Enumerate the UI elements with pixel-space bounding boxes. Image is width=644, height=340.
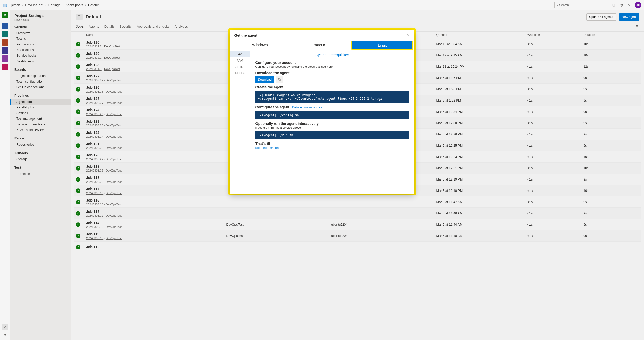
job-pipeline-link[interactable]: DevOpsTest: [106, 113, 122, 116]
more-information-link[interactable]: More Information: [255, 146, 279, 150]
job-run-link[interactable]: 20240305.26: [86, 113, 103, 116]
col-wait[interactable]: Wait time: [527, 33, 584, 37]
breadcrumb-item[interactable]: Agent pools: [65, 3, 83, 7]
job-pipeline-link[interactable]: DevOpsTest: [106, 146, 122, 149]
tab-analytics[interactable]: Analytics: [175, 23, 188, 31]
settings-icon[interactable]: [627, 3, 631, 7]
sidebar-item-xaml-build-services[interactable]: XAML build services: [10, 127, 71, 133]
breadcrumb-item[interactable]: DevOpsTest: [25, 3, 43, 7]
job-agent[interactable]: ubuntu2204: [331, 234, 436, 238]
table-row[interactable]: ✓Job 11420240305.16·DevOpsTestDevOpsTest…: [74, 219, 641, 230]
update-all-agents-button[interactable]: Update all agents: [586, 13, 616, 21]
detailed-instructions-link[interactable]: Detailed instructions↗: [292, 106, 322, 109]
arch-option[interactable]: RHEL6: [230, 70, 250, 76]
job-run-link[interactable]: 20240305.24: [86, 135, 103, 138]
job-run-link[interactable]: 20240305.29: [86, 79, 103, 82]
sidebar-item-dashboards[interactable]: Dashboards: [10, 58, 71, 64]
rail-project-icon[interactable]: [2, 23, 8, 29]
os-tab-macos[interactable]: macOS: [290, 40, 350, 51]
breadcrumb-item[interactable]: Default: [88, 3, 99, 7]
rail-collapse-icon[interactable]: [2, 332, 8, 338]
sidebar-item-team-configuration[interactable]: Team configuration: [10, 79, 71, 84]
close-icon[interactable]: ✕: [407, 33, 410, 37]
os-tab-windows[interactable]: Windows: [230, 40, 290, 51]
job-run-link[interactable]: 20240305.28: [86, 90, 103, 93]
job-pipeline-link[interactable]: DevOpsTest: [106, 79, 122, 82]
sidebar-item-overview[interactable]: Overview: [10, 30, 71, 36]
job-pipeline-link[interactable]: DevOpsTest: [106, 203, 122, 206]
table-row[interactable]: ✓Job 112: [74, 242, 641, 253]
job-run-link[interactable]: 20240305.25: [86, 124, 103, 127]
sidebar-item-settings[interactable]: Settings: [10, 110, 71, 116]
rail-project-icon[interactable]: [2, 47, 8, 54]
table-row[interactable]: ✓Job 11620240305.18·DevOpsTestMar 5 at 1…: [74, 196, 641, 208]
job-pipeline-link[interactable]: DevOpsTest: [104, 56, 120, 59]
breadcrumb-item[interactable]: jcfdeb: [11, 3, 20, 7]
sidebar-item-retention[interactable]: Retention: [10, 171, 71, 177]
rail-project-icon[interactable]: [2, 64, 8, 70]
job-run-link[interactable]: 20240305.18: [86, 203, 103, 206]
new-agent-button[interactable]: New agent: [619, 13, 639, 21]
marketplace-icon[interactable]: [612, 3, 616, 7]
job-pipeline-link[interactable]: DevOpsTest: [106, 192, 122, 195]
filter-icon[interactable]: [635, 25, 639, 29]
search-box[interactable]: [554, 2, 600, 8]
tab-approvals-and-checks[interactable]: Approvals and checks: [137, 23, 169, 31]
sidebar-item-teams[interactable]: Teams: [10, 36, 71, 42]
col-queued[interactable]: Queued: [436, 33, 527, 37]
azure-devops-logo[interactable]: [3, 2, 8, 8]
add-project-icon[interactable]: +: [3, 73, 7, 81]
rail-project-icon[interactable]: D: [2, 12, 8, 18]
tab-jobs[interactable]: Jobs: [76, 23, 84, 31]
job-pipeline-link[interactable]: DevOpsTest: [104, 45, 120, 48]
sidebar-item-project-configuration[interactable]: Project configuration: [10, 73, 71, 79]
job-run-link[interactable]: 20240305.20: [86, 180, 103, 183]
sidebar-item-storage[interactable]: Storage: [10, 156, 71, 162]
sidebar-item-parallel-jobs[interactable]: Parallel jobs: [10, 105, 71, 110]
job-pipeline-link[interactable]: DevOpsTest: [106, 214, 122, 217]
system-prerequisites-link[interactable]: System prerequisites: [255, 52, 409, 58]
list-icon[interactable]: [604, 3, 608, 7]
job-agent[interactable]: ubuntu2204: [331, 223, 436, 226]
os-tab-linux[interactable]: Linux: [351, 41, 413, 50]
sidebar-item-github-connections[interactable]: GitHub connections: [10, 84, 71, 90]
sidebar-item-repositories[interactable]: Repositories: [10, 142, 71, 147]
tab-agents[interactable]: Agents: [89, 23, 99, 31]
help-icon[interactable]: ?: [619, 3, 623, 7]
job-run-link[interactable]: 20240305.22: [86, 158, 103, 161]
job-pipeline-link[interactable]: DevOpsTest: [106, 180, 122, 183]
tab-details[interactable]: Details: [104, 23, 115, 31]
rail-gear-icon[interactable]: [2, 324, 8, 330]
rail-project-icon[interactable]: [2, 39, 8, 46]
tab-security[interactable]: Security: [120, 23, 132, 31]
job-run-link[interactable]: 20240305.16: [86, 225, 103, 228]
arch-option[interactable]: ARM...: [230, 64, 250, 70]
avatar[interactable]: JF: [635, 2, 641, 8]
sidebar-item-notifications[interactable]: Notifications: [10, 47, 71, 53]
job-run-link[interactable]: 20240305.15: [86, 237, 103, 240]
arch-option[interactable]: x64: [230, 51, 250, 57]
job-pipeline-link[interactable]: DevOpsTest: [106, 124, 122, 127]
configure-agent-code[interactable]: ~/myagent$ ./config.sh: [255, 111, 409, 119]
job-run-link[interactable]: 20240305.21: [86, 169, 103, 172]
search-input[interactable]: [559, 3, 599, 7]
copy-download-button[interactable]: [276, 76, 283, 83]
sidebar-item-service-hooks[interactable]: Service hooks: [10, 53, 71, 58]
col-name[interactable]: Name: [86, 33, 226, 37]
job-pipeline-link[interactable]: DevOpsTest: [106, 237, 122, 240]
rail-project-icon[interactable]: [2, 31, 8, 37]
job-run-link[interactable]: 20240311.1: [86, 67, 102, 71]
run-agent-code[interactable]: ~/myagent$ ./run.sh: [255, 131, 409, 139]
job-pipeline-link[interactable]: DevOpsTest: [106, 101, 122, 104]
job-run-link[interactable]: 20240305.19: [86, 192, 103, 195]
job-pipeline-link[interactable]: DevOpsTest: [104, 67, 120, 71]
job-run-link[interactable]: 20240312.2: [86, 45, 102, 48]
job-pipeline-link[interactable]: DevOpsTest: [106, 90, 122, 93]
download-button[interactable]: Download: [255, 76, 274, 83]
job-pipeline-link[interactable]: DevOpsTest: [106, 169, 122, 172]
table-row[interactable]: ✓Job 11520240305.17·DevOpsTestMar 5 at 1…: [74, 208, 641, 219]
job-run-link[interactable]: 20240305.23: [86, 146, 103, 149]
breadcrumb-item[interactable]: Settings: [48, 3, 60, 7]
sidebar-item-agent-pools[interactable]: Agent pools: [10, 99, 71, 105]
job-pipeline-link[interactable]: DevOpsTest: [106, 225, 122, 228]
